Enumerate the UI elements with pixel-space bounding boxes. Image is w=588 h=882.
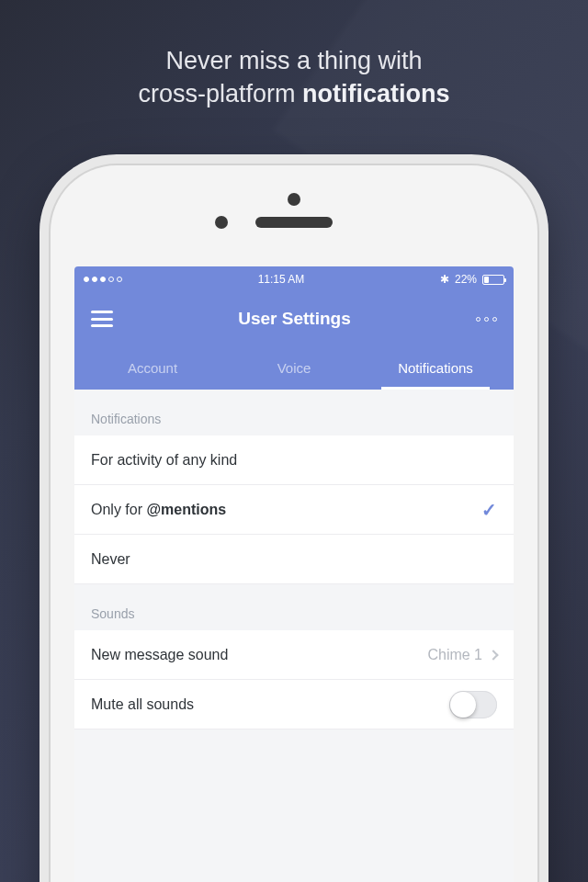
front-camera: [215, 216, 228, 229]
menu-button[interactable]: [91, 311, 113, 327]
row-value-group: Chime 1: [427, 647, 497, 663]
settings-content: Notifications For activity of any kind O…: [74, 390, 514, 729]
earpiece: [255, 217, 333, 228]
row-label: New message sound: [91, 647, 228, 663]
section-header-sounds: Sounds: [74, 584, 514, 630]
tab-notifications[interactable]: Notifications: [365, 345, 506, 390]
status-bar-right: ✱ 22%: [440, 273, 504, 286]
toggle-knob: [450, 692, 476, 718]
battery-icon: [482, 275, 504, 285]
promo-line2-pre: cross-platform: [138, 80, 302, 107]
row-value: Chime 1: [427, 647, 482, 663]
mute-all-sounds-row[interactable]: Mute all sounds: [74, 680, 514, 729]
promo-line1: Never miss a thing with: [165, 47, 422, 74]
notification-option-mentions[interactable]: Only for @mentions ✓: [74, 485, 514, 535]
status-bar: 11:15 AM ✱ 22%: [74, 266, 514, 292]
signal-strength-icon: [84, 277, 122, 282]
row-label: Mute all sounds: [91, 696, 194, 713]
phone-frame: 11:15 AM ✱ 22% User Settings Account Voi…: [51, 165, 537, 882]
row-label: Only for @mentions: [91, 502, 226, 518]
more-button[interactable]: [476, 317, 497, 322]
chevron-right-icon: [488, 650, 498, 660]
notification-option-any-activity[interactable]: For activity of any kind: [74, 435, 514, 485]
row-label: For activity of any kind: [91, 452, 237, 469]
tab-voice[interactable]: Voice: [223, 345, 365, 390]
proximity-sensor: [288, 193, 300, 206]
new-message-sound-row[interactable]: New message sound Chime 1: [74, 630, 514, 680]
notification-option-never[interactable]: Never: [74, 535, 514, 584]
section-header-notifications: Notifications: [74, 390, 514, 435]
tab-bar: Account Voice Notifications: [74, 345, 514, 390]
bluetooth-icon: ✱: [440, 273, 449, 286]
checkmark-icon: ✓: [481, 499, 497, 521]
promo-headline: Never miss a thing with cross-platform n…: [0, 44, 588, 111]
battery-percent: 22%: [455, 273, 477, 286]
row-label: Never: [91, 551, 130, 568]
mute-toggle[interactable]: [449, 691, 497, 718]
tab-account[interactable]: Account: [82, 345, 223, 390]
promo-line2-bold: notifications: [302, 80, 450, 107]
page-title: User Settings: [238, 309, 350, 329]
status-bar-left: [84, 277, 122, 282]
status-bar-time: 11:15 AM: [258, 273, 305, 286]
phone-screen: 11:15 AM ✱ 22% User Settings Account Voi…: [74, 266, 514, 882]
nav-header: User Settings: [74, 292, 514, 345]
